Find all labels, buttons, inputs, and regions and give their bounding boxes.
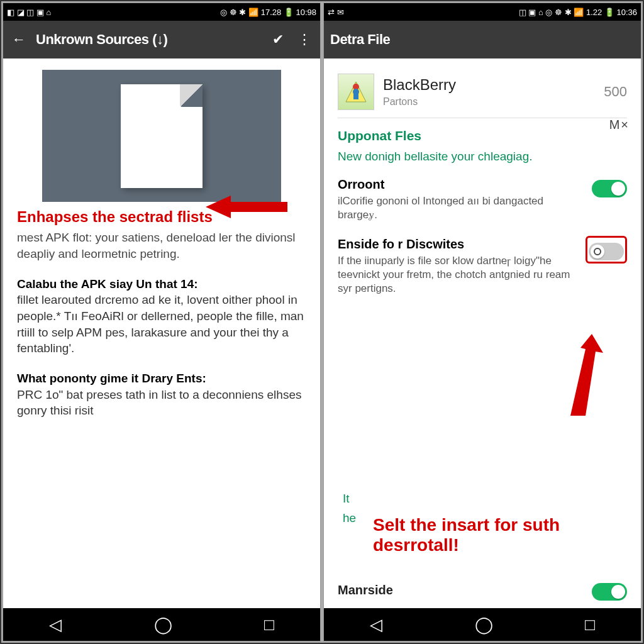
section-subtitle: New donigh bellasite your chleagiag. bbox=[338, 148, 627, 165]
svg-point-4 bbox=[353, 89, 359, 95]
file-page-icon bbox=[121, 84, 203, 188]
paragraph-2-body: fillet learouted drcremo ad ke it, loven… bbox=[17, 293, 304, 355]
svg-marker-0 bbox=[206, 196, 287, 218]
nav-bar: ◁ ◯ □ bbox=[324, 608, 641, 641]
app-bar: ← Unkrown Sources (↓) ✔ ⋮ bbox=[3, 21, 320, 58]
nav-back-icon[interactable]: ◁ bbox=[49, 615, 62, 635]
status-right-icons: ◫ ▣ ⌂ ◎ ☸ ✱ 📶 1.22 🔋 10:36 bbox=[519, 8, 637, 17]
paragraph-1: mest APK flot: your satiens, deneload le… bbox=[17, 230, 306, 262]
paragraph-2: Calabu the APK siay Un that 14: fillet l… bbox=[17, 276, 306, 357]
status-left-icons: ⇄ ✉ bbox=[328, 8, 344, 17]
status-bar: ◧ ◪ ◫ ▣ ⌂ ◎ ☸ ✱ 📶 17.28 🔋 10:98 bbox=[3, 3, 320, 21]
app-bar: Detra File bbox=[324, 21, 641, 58]
nav-home-icon[interactable]: ◯ bbox=[154, 615, 172, 635]
app-name: BlackBerry bbox=[383, 75, 456, 95]
setting-desc: If the iinuparly is file sor klow dartne… bbox=[338, 254, 579, 296]
highlight-box bbox=[586, 236, 627, 264]
nav-back-icon[interactable]: ◁ bbox=[370, 615, 382, 635]
nav-recent-icon[interactable]: □ bbox=[585, 615, 595, 635]
setting-manrside: Manrside bbox=[338, 579, 627, 601]
app-subtitle: Partons bbox=[383, 95, 456, 109]
nav-recent-icon[interactable]: □ bbox=[264, 615, 274, 635]
svg-marker-5 bbox=[570, 334, 603, 416]
phone-right: ⇄ ✉ ◫ ▣ ⌂ ◎ ☸ ✱ 📶 1.22 🔋 10:36 Detra Fil… bbox=[323, 3, 641, 641]
setting-title: Enside fo r Discwites bbox=[338, 236, 579, 253]
back-icon[interactable]: ← bbox=[9, 31, 28, 48]
app-icon bbox=[338, 74, 374, 110]
callout-text: Selt the insart for suth desrrotall! bbox=[373, 515, 625, 555]
paragraph-2-title: Calabu the APK siay Un that 14: bbox=[17, 277, 198, 291]
paragraph-3-title: What pononty gime it Drary Ents: bbox=[17, 372, 206, 385]
setting-enside: Enside fo r Discwites If the iinuparly i… bbox=[338, 236, 627, 296]
file-preview-card[interactable] bbox=[42, 70, 281, 202]
paragraph-3-body: PRC 1o" bat preses tath in list to a dec… bbox=[17, 388, 301, 418]
setting-desc: ilCorifie gononi ol Intonged aıı bi dang… bbox=[338, 194, 586, 222]
overflow-icon[interactable]: ⋮ bbox=[295, 31, 314, 48]
arrow-icon bbox=[206, 194, 287, 227]
setting-orroont: Orroont ilCorifie gononi ol Intonged aıı… bbox=[338, 176, 627, 222]
check-icon[interactable]: ✔ bbox=[269, 31, 287, 48]
green-fragment: Ithe bbox=[343, 489, 356, 528]
status-bar: ⇄ ✉ ◫ ▣ ⌂ ◎ ☸ ✱ 📶 1.22 🔋 10:36 bbox=[324, 3, 641, 21]
content-area: M× BlackBerry Partons 500 Upponat Fles N… bbox=[324, 58, 641, 608]
status-left-icons: ◧ ◪ ◫ ▣ ⌂ bbox=[7, 8, 51, 17]
app-row[interactable]: BlackBerry Partons 500 bbox=[338, 70, 627, 118]
content-area: Enhapses the sectrad flists mest APK flo… bbox=[3, 58, 320, 608]
nav-bar: ◁ ◯ □ bbox=[3, 608, 320, 641]
toggle-enside[interactable] bbox=[589, 243, 624, 260]
phone-left: ◧ ◪ ◫ ▣ ⌂ ◎ ☸ ✱ 📶 17.28 🔋 10:98 ← Unkrow… bbox=[3, 3, 321, 641]
app-text: BlackBerry Partons bbox=[383, 75, 456, 109]
appbar-title: Unkrown Sources (↓) bbox=[36, 31, 261, 48]
arrow-icon bbox=[555, 334, 606, 422]
app-count: 500 bbox=[604, 82, 627, 101]
appbar-title: Detra File bbox=[330, 31, 635, 48]
mx-label: M× bbox=[609, 116, 630, 133]
paragraph-3: What pononty gime it Drary Ents: PRC 1o"… bbox=[17, 370, 306, 419]
setting-title: Orroont bbox=[338, 176, 586, 193]
nav-home-icon[interactable]: ◯ bbox=[475, 615, 493, 635]
status-right-icons: ◎ ☸ ✱ 📶 17.28 🔋 10:98 bbox=[220, 8, 316, 17]
toggle-manrside[interactable] bbox=[592, 583, 627, 601]
toggle-orroont[interactable] bbox=[592, 180, 627, 197]
setting-title: Manrside bbox=[338, 582, 393, 599]
section-title: Upponat Fles bbox=[338, 127, 627, 145]
